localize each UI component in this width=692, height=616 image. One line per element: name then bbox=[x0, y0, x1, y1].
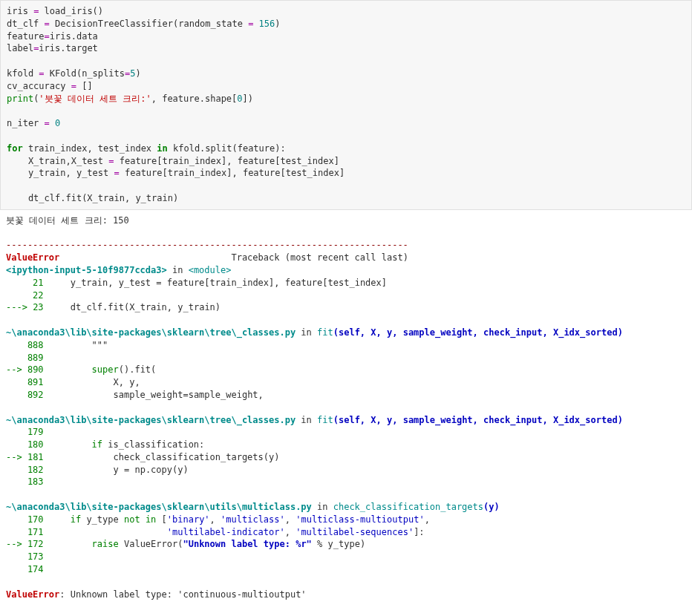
traceback-line: 183 bbox=[6, 476, 49, 487]
traceback-line-current: --> 181 check_classification_targets(y) bbox=[6, 452, 280, 462]
code-input-cell[interactable]: iris = load_iris() dt_clf = DecisionTree… bbox=[0, 0, 692, 210]
traceback-line: 180 if is_classification: bbox=[6, 439, 204, 450]
traceback-frame-location: <ipython-input-5-10f9877ccda3> in <modul… bbox=[6, 265, 231, 275]
code-line: iris = load_iris() bbox=[7, 6, 103, 16]
code-line: for train_index, test_index in kfold.spl… bbox=[7, 143, 286, 154]
stdout-line: 붓꽃 데이터 세트 크리: 150 bbox=[6, 215, 129, 226]
traceback-line: 22 bbox=[6, 290, 49, 301]
traceback-header: ValueError Traceback (most recent call l… bbox=[6, 252, 408, 263]
traceback-line: 174 bbox=[6, 564, 49, 574]
traceback-frame-location: ~\anaconda3\lib\site-packages\sklearn\tr… bbox=[6, 327, 623, 338]
code-line: n_iter = 0 bbox=[7, 118, 60, 128]
traceback-line: 173 bbox=[6, 551, 49, 562]
code-line: dt_clf = DecisionTreeClassifier(random_s… bbox=[7, 19, 281, 29]
traceback-line: 182 y = np.copy(y) bbox=[6, 465, 189, 475]
traceback-line-current: ---> 23 dt_clf.fit(X_train, y_train) bbox=[6, 302, 221, 312]
traceback-line-current: --> 172 raise ValueError("Unknown label … bbox=[6, 539, 365, 549]
code-line: kfold = KFold(n_splits=5) bbox=[7, 68, 141, 79]
traceback-line: 891 X, y, bbox=[6, 377, 140, 387]
code-line: print('붓꽃 데이터 세트 크리:', feature.shape[0]) bbox=[7, 94, 253, 104]
code-line: label=iris.target bbox=[7, 43, 98, 53]
code-line: cv_accuracy = [] bbox=[7, 81, 93, 91]
traceback-line: 892 sample_weight=sample_weight, bbox=[6, 390, 264, 400]
traceback-line: 889 bbox=[6, 353, 49, 363]
traceback-frame-location: ~\anaconda3\lib\site-packages\sklearn\tr… bbox=[6, 415, 623, 425]
traceback-line: 170 if y_type not in ['binary', 'multicl… bbox=[6, 514, 430, 525]
traceback-line: 179 bbox=[6, 427, 49, 437]
traceback-line-current: --> 890 super().fit( bbox=[6, 364, 156, 375]
code-line: feature=iris.data bbox=[7, 31, 98, 42]
error-final: ValueError: Unknown label type: 'continu… bbox=[6, 589, 307, 600]
code-line: X_train,X_test = feature[train_index], f… bbox=[7, 156, 339, 166]
code-line: y_train, y_test = feature[train_index], … bbox=[7, 168, 345, 178]
traceback-frame-location: ~\anaconda3\lib\site-packages\sklearn\ut… bbox=[6, 502, 500, 512]
output-cell: 붓꽃 데이터 세트 크리: 150 ----------------------… bbox=[0, 210, 692, 606]
code-line: dt_clf.fit(X_train, y_train) bbox=[7, 193, 178, 203]
traceback-line: 171 'multilabel-indicator', 'multilabel-… bbox=[6, 527, 425, 537]
traceback-line: 21 y_train, y_test = feature[train_index… bbox=[6, 278, 387, 288]
traceback-divider: ----------------------------------------… bbox=[6, 240, 408, 250]
traceback-line: 888 """ bbox=[6, 340, 108, 350]
